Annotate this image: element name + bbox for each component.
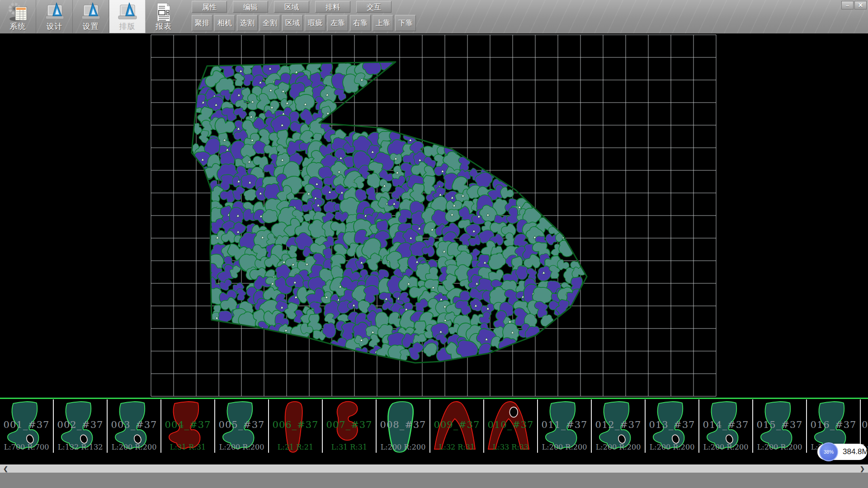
piece-thumbnail-label: 006_#37 [269,419,322,430]
piece-thumbnail-label: 008_#37 [377,419,429,430]
piece-thumbnail-size: L:33 R:33 [484,443,537,451]
piece-thumbnail-label: 010_#37 [484,419,537,430]
piece-thumbnail[interactable]: 011_#37L:200 R:200 [538,399,592,453]
tool-button[interactable]: 下靠 [395,15,416,31]
menu-tab[interactable]: 交互 [356,1,392,13]
piece-thumbnail[interactable]: 001_#37L:700 R:700 [0,399,54,453]
main-button-label: 系统 [0,21,36,32]
main-button-system[interactable]: 系统 [0,0,36,33]
piece-thumbnail-size: L:32 R:31 [430,443,483,451]
piece-thumbnail-size: L:200 R:200 [215,443,268,451]
tool-button[interactable]: 左靠 [327,15,348,31]
piece-thumbnail[interactable]: 010_#37L:33 R:33 [484,399,538,453]
tool-button[interactable]: 区域 [282,15,303,31]
piece-thumbnail-size: L:200 R:200 [699,443,752,451]
piece-thumbnail-size: L:200 R:200 [592,443,645,451]
piece-thumbnail-label: 017_#37 [861,419,868,430]
piece-thumbnail[interactable]: 006_#37L:21 R:21 [269,399,323,453]
piece-thumbnail[interactable]: 012_#37L:200 R:200 [592,399,646,453]
piece-thumbnail-label: 015_#37 [753,419,806,430]
tool-button-row: 聚排相机选割全割区域瑕疵左靠右靠上靠下靠 [192,15,416,31]
piece-thumbnail-size: L:200 R:200 [538,443,591,451]
tool-button[interactable]: 瑕疵 [305,15,326,31]
piece-thumbnail-size: L:31 R:31 [323,443,376,451]
tool-button[interactable]: 全割 [259,15,280,31]
tool-button[interactable]: 上靠 [373,15,393,31]
tool-button[interactable]: 右靠 [350,15,371,31]
piece-thumbnail[interactable]: 009_#37L:32 R:31 [430,399,484,453]
main-button-label: 设计 [37,21,72,32]
piece-thumbnail-label: 005_#37 [215,419,268,430]
piece-thumbnail[interactable]: 004_#37L:31 R:31 [161,399,215,453]
nesting-canvas[interactable] [0,33,868,398]
piece-thumbnail-label: 002_#37 [54,419,107,430]
piece-thumbnail-size: L:200 R:200 [377,443,429,451]
piece-thumbnail-label: 016_#37 [807,419,860,430]
piece-thumbnail-label: 013_#37 [646,419,698,430]
piece-thumbnail[interactable]: 014_#37L:200 R:200 [699,399,753,453]
bottom-status-strip [0,473,868,488]
memory-badge: 38% 384.8M [817,444,867,460]
menu-tabs: 属性编辑区域排料交互 [192,1,392,13]
piece-thumbnail-size: L:200 R:200 [753,443,806,451]
piece-thumbnail[interactable]: 005_#37L:200 R:200 [215,399,269,453]
piece-thumbnail[interactable]: 003_#37L:200 R:200 [108,399,161,453]
piece-thumbnail-size: L:200 R:200 [108,443,160,451]
piece-thumbnail-size: L:31 R:31 [161,443,214,451]
menu-tab[interactable]: 区域 [274,1,309,13]
piece-thumbnail-label: 007_#37 [323,419,376,430]
piece-thumbnail-label: 001_#37 [0,419,53,430]
piece-thumbnail[interactable]: 013_#37L:200 R:200 [646,399,699,453]
piece-thumbnail-label: 014_#37 [699,419,752,430]
menu-tab[interactable]: 编辑 [233,1,268,13]
top-toolbar: 系统 设计 [0,0,868,33]
piece-thumbnail[interactable]: 002_#37L:132 R:132 [54,399,108,453]
scroll-left-icon[interactable]: ❮ [3,465,8,473]
piece-thumbnail-size: L:21 R:21 [269,443,322,451]
horizontal-scrollbar[interactable]: ❮ ❯ [0,465,868,473]
menu-tab[interactable]: 排料 [315,1,350,13]
nested-pieces [186,54,587,366]
thumbnail-strip: 001_#37L:700 R:700002_#37L:132 R:132003_… [0,398,868,465]
nesting-canvas-svg[interactable] [0,33,868,398]
scroll-right-icon[interactable]: ❯ [860,465,865,473]
progress-circle: 38% [819,442,838,461]
menu-tab[interactable]: 属性 [192,1,227,13]
main-button-settings[interactable]: 设置 [73,0,109,33]
piece-thumbnail-size: L:700 R:700 [0,443,53,451]
piece-thumbnail-label: 011_#37 [538,419,591,430]
tool-button[interactable]: 聚排 [192,15,212,31]
piece-thumbnail-size: L:200 R:200 [646,443,698,451]
main-button-label: 设置 [73,21,108,32]
tool-button[interactable]: 选割 [237,15,258,31]
application-window: 系统 设计 [0,0,868,488]
main-button-layout[interactable]: 排版 [109,0,146,33]
main-button-report[interactable]: 报表 [146,0,182,33]
main-button-design[interactable]: 设计 [37,0,73,33]
piece-thumbnail-label: 009_#37 [430,419,483,430]
main-button-label: 报表 [146,21,182,32]
piece-thumbnail[interactable]: 008_#37L:200 R:200 [377,399,430,453]
piece-thumbnail-label: 012_#37 [592,419,645,430]
memory-value: 384.8M [843,444,868,460]
piece-thumbnail[interactable]: 007_#37L:31 R:31 [323,399,377,453]
piece-thumbnail-size: L:132 R:132 [54,443,107,451]
close-button[interactable]: ✕ [854,1,867,9]
piece-thumbnail-label: 004_#37 [161,419,214,430]
tool-button[interactable]: 相机 [214,15,235,31]
main-button-label: 排版 [109,21,145,32]
piece-thumbnail[interactable]: 015_#37L:200 R:200 [753,399,807,453]
piece-thumbnail-label: 003_#37 [108,419,160,430]
minimize-button[interactable]: – [841,1,854,9]
